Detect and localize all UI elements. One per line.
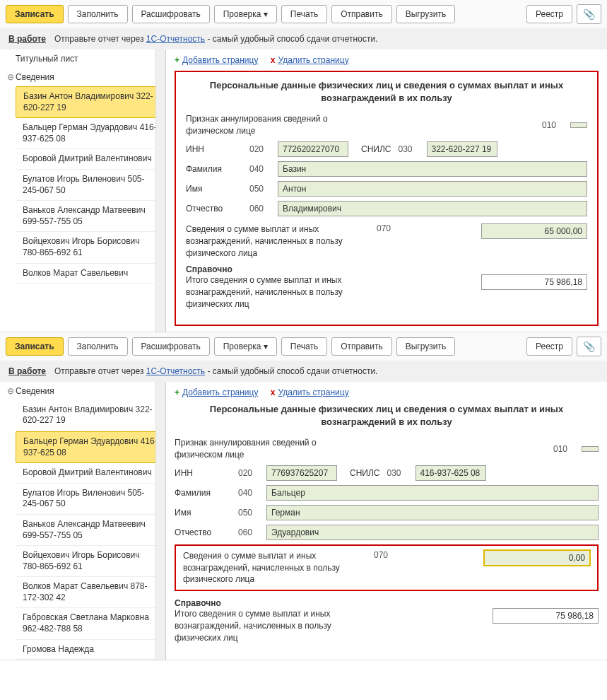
caret-down-icon: ▾ <box>264 9 268 19</box>
name-label: Имя <box>175 508 231 518</box>
add-page-link[interactable]: Добавить страницу <box>182 387 258 397</box>
person-item[interactable]: Базин Антон Владимирович 322-620-227 19 <box>16 400 165 431</box>
name-field[interactable]: Герман <box>266 505 599 520</box>
export-button[interactable]: Выгрузить <box>396 5 456 23</box>
save-button[interactable]: Записать <box>6 5 64 23</box>
sum-code: 070 <box>377 223 398 233</box>
panel-top: Записать Заполнить Расшифровать Проверка… <box>0 0 607 332</box>
save-button[interactable]: Записать <box>6 337 64 356</box>
decode-button[interactable]: Расшифровать <box>132 5 210 23</box>
delete-page-link[interactable]: Удалить страницу <box>278 55 348 65</box>
patr-field[interactable]: Владимирович <box>278 201 587 216</box>
collapse-icon[interactable]: ⊖ <box>6 72 16 82</box>
sum-label: Сведения о сумме выплат и иных вознаграж… <box>186 223 370 259</box>
person-item[interactable]: Громова Надежда <box>16 640 165 660</box>
patr-label: Отчество <box>186 204 242 214</box>
surname-code: 040 <box>249 164 271 174</box>
caret-down-icon: ▾ <box>264 342 268 351</box>
scrollbar[interactable] <box>155 49 165 332</box>
surname-field[interactable]: Базин <box>278 161 587 177</box>
person-item[interactable]: Ваньков Александр Матвеевич 699-557-755 … <box>16 201 165 232</box>
tree-data-section[interactable]: ⊖ Сведения <box>0 68 165 86</box>
person-item[interactable]: Булатов Игорь Виленович 505-245-067 50 <box>16 170 165 201</box>
person-item[interactable]: Волков Марат Савельевич 878-172-302 42 <box>16 577 165 608</box>
sum-field[interactable]: 0,00 <box>484 550 590 566</box>
person-item[interactable]: Ваньков Александр Матвеевич 699-557-755 … <box>16 515 165 546</box>
name-field[interactable]: Антон <box>278 181 587 197</box>
annul-label: Признак аннулирования сведений о физичес… <box>175 437 358 461</box>
check-button[interactable]: Проверка ▾ <box>214 337 277 356</box>
sum-code: 070 <box>374 550 395 560</box>
reporting-link[interactable]: 1С-Отчетность <box>146 34 205 44</box>
sidebar: ⊖ Сведения Базин Антон Владимирович 322-… <box>0 382 166 660</box>
snils-label: СНИЛС <box>361 144 391 154</box>
add-page-link[interactable]: Добавить страницу <box>182 55 258 65</box>
paperclip-icon: 📎 <box>583 8 595 20</box>
tree-title-page[interactable]: Титульный лист <box>0 49 165 68</box>
surname-field[interactable]: Бальцер <box>266 485 599 501</box>
ref-label: Справочно <box>175 598 599 608</box>
person-item[interactable]: Волков Марат Савельевич <box>16 264 165 284</box>
snils-field[interactable]: 416-937-625 08 <box>416 465 486 481</box>
attach-button[interactable]: 📎 <box>577 337 601 356</box>
person-item[interactable]: Булатов Игорь Виленович 505-245-067 50 <box>16 484 165 515</box>
snils-label: СНИЛС <box>350 468 380 478</box>
scrollbar[interactable] <box>155 382 165 660</box>
annul-label: Признак аннулирования сведений о физичес… <box>186 113 370 137</box>
info-text: Отправьте отчет через 1С-Отчетность - са… <box>54 366 377 376</box>
patr-field[interactable]: Эдуардович <box>266 525 599 540</box>
send-button[interactable]: Отправить <box>331 5 392 23</box>
registry-button[interactable]: Реестр <box>526 5 572 23</box>
print-button[interactable]: Печать <box>281 337 327 356</box>
person-item[interactable]: Боровой Дмитрий Валентинович <box>16 149 165 170</box>
form-highlight: Персональные данные физических лиц и све… <box>175 71 599 326</box>
person-item[interactable]: Базин Антон Владимирович 322-620-227 19 <box>16 86 165 118</box>
toolbar: Записать Заполнить Расшифровать Проверка… <box>0 0 607 28</box>
delete-page-link[interactable]: Удалить страницу <box>278 387 348 397</box>
annul-field[interactable] <box>570 122 587 128</box>
fill-button[interactable]: Заполнить <box>68 5 128 23</box>
tree-data-section[interactable]: ⊖ Сведения <box>0 382 165 400</box>
export-button[interactable]: Выгрузить <box>396 337 456 356</box>
person-item[interactable]: Войцехович Игорь Борисович 780-865-692 6… <box>16 232 165 263</box>
person-item[interactable]: Габровская Светлана Марковна 962-482-788… <box>16 608 165 639</box>
name-label: Имя <box>186 184 242 194</box>
person-item[interactable]: Бальцер Герман Эдуардович 416-937-625 08 <box>16 431 165 463</box>
surname-code: 040 <box>238 488 259 498</box>
check-button[interactable]: Проверка ▾ <box>214 5 277 23</box>
name-code: 050 <box>249 184 271 194</box>
inn-label: ИНН <box>186 144 242 154</box>
content-area: +Добавить страницу xУдалить страницу Пер… <box>166 49 607 332</box>
x-icon: x <box>271 55 276 65</box>
page-actions: +Добавить страницу xУдалить страницу <box>175 387 599 397</box>
snils-code: 030 <box>399 144 420 154</box>
person-item[interactable]: Войцехович Игорь Борисович 780-865-692 6… <box>16 546 165 577</box>
print-button[interactable]: Печать <box>281 5 327 23</box>
annul-field[interactable] <box>582 446 599 452</box>
surname-label: Фамилия <box>186 164 242 174</box>
send-button[interactable]: Отправить <box>331 337 392 356</box>
person-list: Базин Антон Владимирович 322-620-227 19 … <box>0 400 165 660</box>
sum-field[interactable]: 65 000,00 <box>481 223 587 239</box>
person-item[interactable]: Бальцер Герман Эдуардович 416-937-625 08 <box>16 118 165 149</box>
inn-code: 020 <box>249 144 271 154</box>
annul-code: 010 <box>553 444 574 454</box>
fill-button[interactable]: Заполнить <box>68 337 128 356</box>
person-item[interactable]: Боровой Дмитрий Валентинович <box>16 463 165 484</box>
decode-button[interactable]: Расшифровать <box>132 337 210 356</box>
status-label: В работе <box>8 34 46 44</box>
collapse-icon[interactable]: ⊖ <box>6 386 16 396</box>
form-title: Персональные данные физических лиц и све… <box>186 79 587 105</box>
inn-field[interactable]: 772620227070 <box>278 141 348 157</box>
snils-field[interactable]: 322-620-227 19 <box>427 141 497 157</box>
annul-code: 010 <box>542 120 563 130</box>
total-field: 75 986,18 <box>493 608 599 624</box>
reporting-link[interactable]: 1С-Отчетность <box>146 366 205 376</box>
form-title: Персональные данные физических лиц и све… <box>175 403 599 428</box>
snils-code: 030 <box>387 468 408 478</box>
sum-highlight: Сведения о сумме выплат и иных вознаграж… <box>175 544 599 591</box>
attach-button[interactable]: 📎 <box>577 4 601 24</box>
patr-code: 060 <box>238 527 259 537</box>
registry-button[interactable]: Реестр <box>526 337 572 356</box>
inn-field[interactable]: 776937625207 <box>266 465 337 481</box>
